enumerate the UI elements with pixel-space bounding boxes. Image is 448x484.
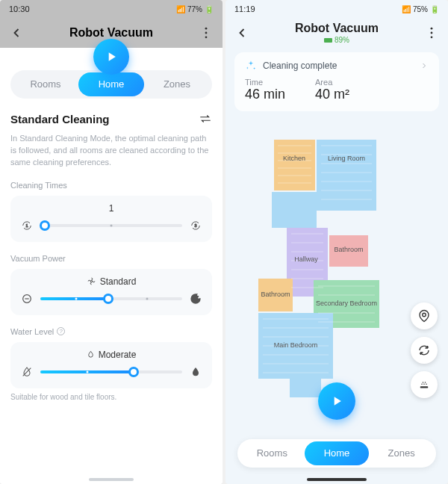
water-level-value: Moderate xyxy=(21,350,202,360)
tab-zones[interactable]: Zones xyxy=(144,72,210,96)
tab-zones[interactable]: Zones xyxy=(369,441,434,465)
cleaning-mode-row[interactable]: Standard Cleaning xyxy=(10,112,212,125)
svg-text:Hallway: Hallway xyxy=(294,255,318,263)
vacuum-power-value: Standard xyxy=(21,276,202,287)
menu-icon[interactable] xyxy=(424,25,439,40)
svg-point-23 xyxy=(421,384,423,385)
page-title: Robot Vacuum xyxy=(69,26,153,40)
svg-point-24 xyxy=(423,384,425,385)
svg-text:Living Room: Living Room xyxy=(328,155,365,162)
sparkle-icon xyxy=(245,60,257,72)
dock-icon xyxy=(417,378,431,391)
water-max-icon xyxy=(190,366,202,378)
tab-home[interactable]: Home xyxy=(78,72,144,96)
svg-point-0 xyxy=(205,28,208,30)
start-cleaning-button[interactable] xyxy=(93,39,129,75)
cycle-icon xyxy=(417,344,431,357)
cleaning-status-card[interactable]: Cleaning complete Time 46 min Area 40 m² xyxy=(234,52,439,111)
svg-text:3: 3 xyxy=(195,223,197,228)
stat-time: Time 46 min xyxy=(245,78,285,102)
nav-handle[interactable] xyxy=(307,478,367,481)
tab-rooms[interactable]: Rooms xyxy=(13,72,78,96)
back-icon[interactable] xyxy=(9,25,24,40)
svg-text:Secondary Bedroom: Secondary Bedroom xyxy=(316,300,377,307)
start-cleaning-button[interactable] xyxy=(318,382,355,420)
svg-point-21 xyxy=(423,313,426,317)
recharge-button[interactable] xyxy=(411,337,438,364)
status-bar: 11:19 📶75%🔋 xyxy=(225,0,448,18)
svg-point-27 xyxy=(425,382,426,383)
play-icon xyxy=(329,394,344,409)
svg-point-2 xyxy=(205,36,208,38)
page-title: Robot Vacuum xyxy=(295,22,379,35)
repeat-3-icon: 3 xyxy=(190,220,202,232)
menu-icon[interactable] xyxy=(199,25,214,40)
water-level-label: Water Level ? xyxy=(10,327,212,336)
svg-rect-22 xyxy=(420,386,429,388)
mode-tabs: Rooms Home Zones xyxy=(237,439,436,468)
chevron-right-icon xyxy=(420,61,429,70)
settings-sheet: Rooms Home Zones Standard Cleaning In St… xyxy=(0,58,223,484)
device-battery: 89% xyxy=(324,36,349,44)
phone-left-cleaning-settings: 10:30 📶77%🔋 Robot Vacuum Rooms Home Zone… xyxy=(0,0,223,484)
vacuum-power-control: Standard xyxy=(10,269,212,315)
svg-point-26 xyxy=(423,382,424,383)
floor-map-svg: Kitchen Living Room Hallway Bathroom Bat… xyxy=(225,116,412,429)
svg-text:Bathroom: Bathroom xyxy=(261,291,290,298)
cleaning-times-control: 1 1 3 xyxy=(10,196,212,242)
svg-rect-12 xyxy=(272,192,317,228)
svg-point-10 xyxy=(431,32,433,34)
swap-mode-icon xyxy=(199,112,212,125)
cleaning-times-slider[interactable] xyxy=(40,220,182,232)
vacuum-power-label: Vacuum Power xyxy=(10,254,212,263)
svg-rect-13 xyxy=(290,379,321,397)
svg-point-5 xyxy=(90,281,92,282)
svg-point-25 xyxy=(426,384,427,385)
repeat-1-icon: 1 xyxy=(21,220,33,232)
help-icon[interactable]: ? xyxy=(57,327,65,335)
turbo-icon xyxy=(190,293,202,305)
water-level-slider[interactable] xyxy=(40,366,182,378)
cleaning-times-value: 1 xyxy=(21,203,202,214)
dock-button[interactable] xyxy=(411,371,438,398)
svg-text:Bathroom: Bathroom xyxy=(334,246,363,253)
water-off-icon xyxy=(21,366,33,378)
water-level-note: Suitable for wood and tile floors. xyxy=(10,393,212,401)
cleaning-status-text: Cleaning complete xyxy=(263,60,337,71)
cleaning-mode-description: In Standard Cleaning Mode, the optimal c… xyxy=(10,133,212,169)
svg-text:Kitchen: Kitchen xyxy=(283,155,305,162)
status-time: 10:30 xyxy=(9,4,30,13)
status-time: 11:19 xyxy=(234,4,255,13)
cleaning-mode-title: Standard Cleaning xyxy=(10,113,110,125)
tab-home[interactable]: Home xyxy=(305,441,370,465)
cleaning-times-label: Cleaning Times xyxy=(10,181,212,190)
status-indicators: 📶75%🔋 xyxy=(402,5,439,13)
stat-area: Area 40 m² xyxy=(315,78,349,102)
back-icon[interactable] xyxy=(234,25,249,40)
locate-button[interactable] xyxy=(411,302,438,329)
svg-point-11 xyxy=(431,36,433,38)
power-off-icon xyxy=(21,293,33,305)
vacuum-power-slider[interactable] xyxy=(40,293,182,305)
room-living-room xyxy=(317,140,376,211)
drop-icon xyxy=(87,350,95,359)
svg-text:Main Bedroom: Main Bedroom xyxy=(274,341,318,349)
drag-handle[interactable] xyxy=(89,478,134,481)
map-actions xyxy=(411,302,438,398)
svg-point-1 xyxy=(205,32,208,34)
play-icon xyxy=(104,49,119,64)
battery-icon xyxy=(324,38,332,43)
status-bar: 10:30 📶77%🔋 xyxy=(0,0,223,18)
fan-icon xyxy=(87,276,96,286)
water-level-control: Moderate xyxy=(10,342,212,388)
svg-point-9 xyxy=(431,28,433,30)
status-indicators: 📶77%🔋 xyxy=(176,5,214,13)
phone-right-map-view: 11:19 📶75%🔋 Robot Vacuum 89% Cleaning co… xyxy=(225,0,448,484)
locate-icon xyxy=(417,309,431,323)
svg-text:1: 1 xyxy=(26,223,28,228)
tab-rooms[interactable]: Rooms xyxy=(240,441,305,465)
header: Robot Vacuum 89% xyxy=(225,18,448,48)
